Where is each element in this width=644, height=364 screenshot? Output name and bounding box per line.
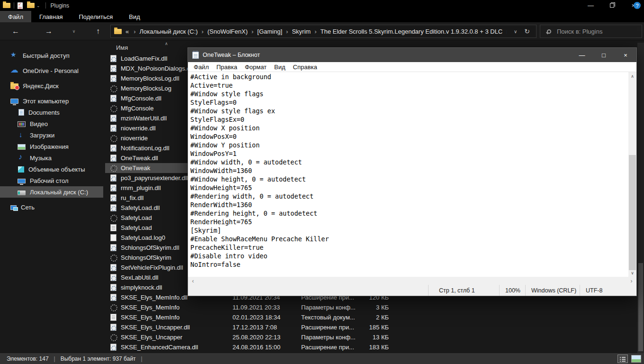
notepad-titlebar[interactable]: OneTweak – Блокнот — □ × bbox=[188, 48, 636, 62]
notepad-close-button[interactable]: × bbox=[615, 48, 636, 62]
notepad-text-line: #Window height, 0 = autodetect bbox=[190, 175, 628, 183]
scroll-right-icon[interactable]: › bbox=[627, 277, 635, 285]
file-row[interactable]: SKSE_Elys_Uncapper.dll 17.12.2013 7:08 Р… bbox=[105, 322, 395, 332]
notepad-text-line: [Skyrim] bbox=[190, 226, 628, 235]
cube-icon bbox=[18, 166, 24, 173]
explorer-minimize-button[interactable]: — bbox=[580, 0, 601, 11]
refresh-icon[interactable]: ↻ bbox=[524, 27, 536, 35]
breadcrumb-segment[interactable]: ›Skyrim bbox=[282, 28, 311, 35]
file-row[interactable]: SKSE_EnhancedCamera.dll 24.08.2016 15:00… bbox=[105, 342, 395, 352]
explorer-restore-button[interactable] bbox=[601, 0, 623, 11]
document-icon bbox=[18, 109, 24, 116]
notepad-app-icon bbox=[192, 52, 199, 59]
notepad-maximize-button[interactable]: □ bbox=[593, 48, 615, 62]
file-name: SchlongsOfSkyrim.dll bbox=[121, 244, 179, 251]
quick-access-new-folder-icon[interactable] bbox=[27, 3, 35, 8]
dll-icon bbox=[110, 95, 116, 102]
notepad-text-area[interactable]: #Active in background Active=true #Windo… bbox=[188, 72, 628, 277]
sidebar-item[interactable]: Яндекс.Диск bbox=[0, 80, 103, 91]
notepad-text-line: #Window X position bbox=[190, 124, 628, 132]
notepad-menu-item[interactable]: Файл bbox=[190, 64, 213, 71]
back-button[interactable]: ← bbox=[9, 22, 23, 40]
file-name: MfgConsole bbox=[121, 105, 153, 112]
sidebar-item[interactable]: Documents bbox=[0, 107, 103, 118]
details-view-icon[interactable] bbox=[617, 355, 628, 363]
scroll-up-icon[interactable]: ∧ bbox=[628, 72, 636, 80]
search-input[interactable]: Поиск в: Plugins bbox=[540, 25, 642, 38]
explorer-scrollbar[interactable] bbox=[637, 43, 644, 353]
sort-ascending-icon[interactable]: ∧ bbox=[165, 41, 168, 46]
explorer-scrollbar-thumb[interactable] bbox=[638, 263, 643, 351]
sidebar-item[interactable]: Быстрый доступ bbox=[0, 50, 103, 61]
sidebar-item-label: Этот компьютер bbox=[23, 98, 69, 105]
help-icon[interactable]: ? bbox=[634, 2, 641, 9]
scroll-left-icon[interactable]: ‹ bbox=[189, 277, 197, 285]
notepad-text-line: WindowPosX=0 bbox=[190, 132, 628, 141]
address-bar[interactable]: « ›Локальный диск (C:) ›(SnoWolFenX) ›[G… bbox=[110, 25, 537, 38]
sidebar-item[interactable]: Сеть bbox=[0, 201, 103, 213]
file-size: 3 КБ bbox=[332, 304, 389, 311]
breadcrumb-segment[interactable]: ›(SnoWolFenX) bbox=[198, 28, 248, 35]
breadcrumb-segment[interactable]: ›Data bbox=[502, 28, 507, 35]
notepad-menu-item[interactable]: Вид bbox=[270, 64, 289, 71]
file-row[interactable]: SKSE_Elys_MemInfo 11.09.2021 20:33 Парам… bbox=[105, 302, 395, 312]
file-row[interactable]: SKSE_Elys_MemInfo 02.01.2023 18:34 Текст… bbox=[105, 312, 395, 322]
sidebar-item[interactable]: Рабочий стол bbox=[0, 175, 103, 186]
thumbnails-view-icon[interactable] bbox=[631, 355, 641, 363]
sidebar-item[interactable]: Изображения bbox=[0, 141, 103, 152]
sidebar-item[interactable]: Музыка bbox=[0, 152, 103, 164]
file-name: nioverride.dll bbox=[121, 125, 156, 132]
txt-icon bbox=[110, 224, 116, 231]
address-folder-icon bbox=[114, 29, 122, 34]
file-name: SKSE_EnhancedCamera.dll bbox=[121, 344, 198, 351]
column-header-name[interactable]: Имя bbox=[116, 44, 128, 51]
notepad-text-line: #Rendering width, 0 = autodetect bbox=[190, 192, 628, 200]
notepad-text-line: #Disable intro video bbox=[190, 252, 628, 260]
recent-locations-dropdown-icon[interactable]: ∨ bbox=[69, 22, 79, 40]
sidebar-item[interactable]: Видео bbox=[0, 118, 103, 129]
file-name: po3_papyrusextender.dll bbox=[121, 174, 188, 182]
file-date-modified: 24.08.2016 15:00 bbox=[233, 344, 280, 351]
ribbon-tab[interactable]: Вид bbox=[121, 11, 148, 22]
notepad-vertical-scrollbar[interactable]: ∧ ∨ bbox=[628, 72, 636, 277]
breadcrumb-overflow-indicator[interactable]: « bbox=[125, 28, 129, 35]
file-name: MfgConsole.dll bbox=[121, 95, 161, 102]
ribbon-tab[interactable]: Главная bbox=[31, 11, 71, 22]
file-name: simplyknock.dll bbox=[121, 284, 162, 291]
quick-access-dropdown-icon[interactable]: ⌄ bbox=[36, 3, 40, 8]
up-button[interactable]: ↑ bbox=[91, 22, 105, 40]
file-name: LoadGameFix.dll bbox=[121, 55, 167, 62]
sidebar-item[interactable]: OneDrive - Personal bbox=[0, 65, 103, 76]
file-name: SexLabUtil.dll bbox=[121, 274, 159, 281]
notepad-minimize-button[interactable]: — bbox=[571, 48, 593, 62]
notepad-horizontal-scrollbar[interactable]: ‹ › bbox=[188, 277, 636, 285]
ribbon-tab[interactable]: Поделиться bbox=[71, 11, 121, 22]
quick-access-properties-icon[interactable] bbox=[18, 2, 23, 9]
file-row[interactable]: SKSE_Elys_Uncapper 25.08.2020 22:13 Пара… bbox=[105, 332, 395, 342]
file-name: MemoryBlocksLog.dll bbox=[121, 75, 179, 82]
breadcrumb-segment[interactable]: ›[Gaming] bbox=[248, 28, 282, 35]
notepad-menu-item[interactable]: Правка bbox=[213, 64, 241, 71]
chevron-right-icon: › bbox=[502, 28, 507, 35]
explorer-titlebar: ⌄ Plugins — × bbox=[0, 0, 644, 11]
scroll-down-icon[interactable]: ∨ bbox=[628, 269, 636, 277]
address-dropdown-icon[interactable]: ∨ bbox=[507, 29, 524, 34]
statusbar-separator: | bbox=[141, 355, 143, 362]
file-name: SKSE_Elys_Uncapper.dll bbox=[121, 324, 190, 331]
breadcrumb-segment[interactable]: ›The Elder Scrolls 5.Skyrim.Legendary Ed… bbox=[311, 28, 502, 35]
forward-button[interactable]: → bbox=[42, 22, 56, 40]
desktop-icon bbox=[18, 179, 26, 183]
notepad-text-line: #Enable ShowRaceMenu Precache Killer bbox=[190, 235, 628, 243]
sidebar-item[interactable]: Объемные объекты bbox=[0, 164, 103, 175]
breadcrumb-segment[interactable]: ›Локальный диск (C:) bbox=[130, 28, 197, 35]
chevron-right-icon: › bbox=[248, 28, 257, 35]
notepad-menu-item[interactable]: Справка bbox=[289, 64, 321, 71]
txt-icon bbox=[110, 314, 116, 321]
sidebar-item[interactable]: Этот компьютер bbox=[0, 95, 103, 107]
notepad-scrollbar-thumb[interactable] bbox=[629, 155, 636, 270]
ribbon-tab[interactable]: Файл bbox=[0, 11, 31, 22]
notepad-menu-item[interactable]: Формат bbox=[241, 64, 270, 71]
sidebar-item[interactable]: Загрузки bbox=[0, 129, 103, 141]
sidebar-item[interactable]: Локальный диск (C:) bbox=[0, 186, 103, 198]
sidebar-item-label: Музыка bbox=[30, 155, 52, 162]
